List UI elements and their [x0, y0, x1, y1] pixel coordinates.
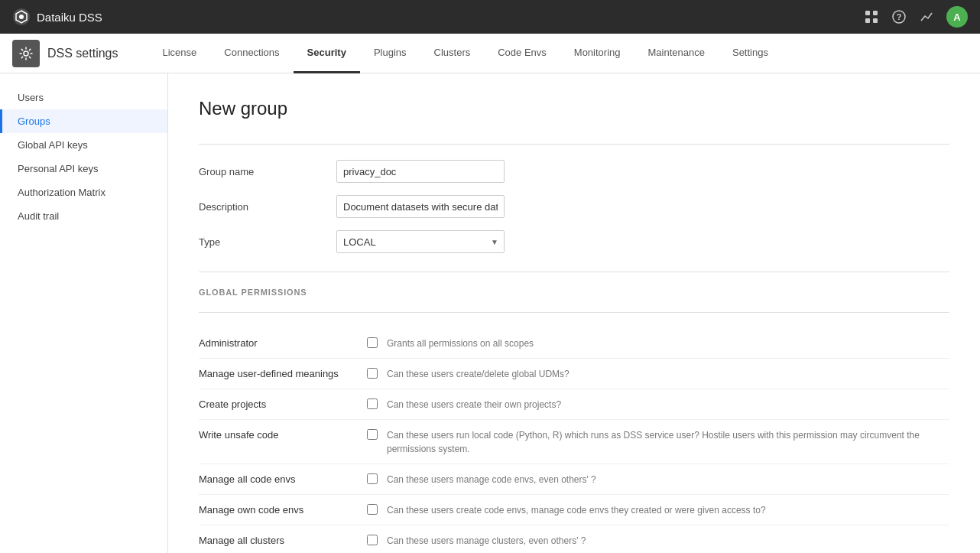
perm-label: Administrator: [199, 336, 367, 349]
perm-checkbox[interactable]: [367, 429, 378, 440]
tab-settings[interactable]: Settings: [719, 34, 782, 73]
perm-description: Grants all permissions on all scopes: [387, 336, 949, 350]
perm-checkbox[interactable]: [367, 504, 378, 515]
app-name: Dataiku DSS: [37, 11, 102, 24]
sidebar-item-groups[interactable]: Groups: [0, 109, 167, 133]
perm-checkbox[interactable]: [367, 535, 378, 545]
group-name-input[interactable]: [336, 160, 505, 183]
permissions-section-title: GLOBAL PERMISSIONS: [199, 288, 949, 297]
perm-label: Manage user-defined meanings: [199, 366, 367, 379]
tab-monitoring[interactable]: Monitoring: [560, 34, 634, 73]
perm-description: Can these users create code envs, manage…: [387, 503, 949, 517]
table-row: Administrator Grants all permissions on …: [199, 328, 949, 359]
tab-clusters[interactable]: Clusters: [420, 34, 485, 73]
tab-plugins[interactable]: Plugins: [360, 34, 420, 73]
permissions-divider2: [199, 312, 949, 313]
sidebar-item-global-api-keys[interactable]: Global API keys: [0, 133, 167, 157]
grid-icon[interactable]: [864, 9, 879, 24]
topbar: Dataiku DSS ? A: [0, 0, 980, 34]
description-label: Description: [199, 201, 336, 213]
perm-description: Can these users create their own project…: [387, 397, 949, 411]
type-select[interactable]: LOCAL LDAP SAML: [336, 230, 505, 253]
perm-description: Can these users create/delete global UDM…: [387, 366, 949, 381]
table-row: Write unsafe code Can these users run lo…: [199, 420, 949, 464]
content-area: New group Group name Description Type LO…: [168, 73, 980, 553]
permissions-list: Administrator Grants all permissions on …: [199, 328, 949, 553]
svg-text:?: ?: [897, 12, 902, 21]
tab-maintenance[interactable]: Maintenance: [634, 34, 719, 73]
type-label: Type: [199, 236, 336, 248]
tab-code-envs[interactable]: Code Envs: [484, 34, 560, 73]
nav-tabs: License Connections Security Plugins Clu…: [148, 34, 781, 73]
dataiku-logo-icon: [12, 8, 31, 26]
perm-label: Manage own code envs: [199, 503, 367, 516]
svg-point-8: [24, 51, 28, 56]
sidebar-item-personal-api-keys[interactable]: Personal API keys: [0, 157, 167, 181]
tab-license[interactable]: License: [148, 34, 210, 73]
type-select-wrap: LOCAL LDAP SAML ▼: [336, 230, 505, 253]
help-icon[interactable]: ?: [891, 9, 907, 24]
sidebar: Users Groups Global API keys Personal AP…: [0, 73, 168, 553]
perm-label: Create projects: [199, 397, 367, 410]
settings-title: DSS settings: [47, 47, 118, 60]
description-input[interactable]: [336, 195, 505, 218]
title-divider: [199, 144, 949, 145]
sidebar-item-authorization-matrix[interactable]: Authorization Matrix: [0, 181, 167, 204]
settings-bar: DSS settings License Connections Securit…: [0, 34, 980, 73]
sidebar-item-users[interactable]: Users: [0, 86, 167, 109]
type-row: Type LOCAL LDAP SAML ▼: [199, 230, 949, 253]
group-name-row: Group name: [199, 160, 949, 183]
svg-rect-3: [873, 11, 878, 15]
table-row: Manage all code envs Can these users man…: [199, 464, 949, 495]
perm-checkbox[interactable]: [367, 398, 378, 409]
perm-description: Can these users manage code envs, even o…: [387, 472, 949, 486]
perm-description: Can these users manage clusters, even ot…: [387, 533, 949, 548]
app-logo[interactable]: Dataiku DSS: [12, 8, 102, 26]
topbar-icons: ? A: [864, 6, 968, 28]
perm-checkbox[interactable]: [367, 473, 378, 484]
table-row: Create projects Can these users create t…: [199, 389, 949, 420]
perm-description: Can these users run local code (Python, …: [387, 428, 949, 456]
avatar[interactable]: A: [946, 6, 968, 28]
tab-security[interactable]: Security: [294, 34, 360, 73]
svg-rect-2: [865, 11, 870, 15]
perm-label: Manage all code envs: [199, 472, 367, 485]
page-title: New group: [199, 98, 949, 119]
perm-checkbox[interactable]: [367, 368, 378, 379]
perm-label: Write unsafe code: [199, 428, 367, 441]
perm-label: Manage all clusters: [199, 533, 367, 546]
chart-icon[interactable]: [919, 9, 934, 24]
description-row: Description: [199, 195, 949, 218]
svg-point-1: [19, 15, 24, 19]
svg-rect-5: [873, 18, 878, 23]
tab-connections[interactable]: Connections: [210, 34, 293, 73]
table-row: Manage user-defined meanings Can these u…: [199, 359, 949, 389]
permissions-divider: [199, 272, 949, 272]
perm-checkbox[interactable]: [367, 337, 378, 348]
group-name-label: Group name: [199, 166, 336, 177]
sidebar-item-audit-trail[interactable]: Audit trail: [0, 204, 167, 228]
settings-gear-icon: [12, 40, 40, 67]
table-row: Manage all clusters Can these users mana…: [199, 525, 949, 553]
main-layout: Users Groups Global API keys Personal AP…: [0, 73, 980, 553]
svg-rect-4: [865, 18, 870, 23]
table-row: Manage own code envs Can these users cre…: [199, 495, 949, 525]
